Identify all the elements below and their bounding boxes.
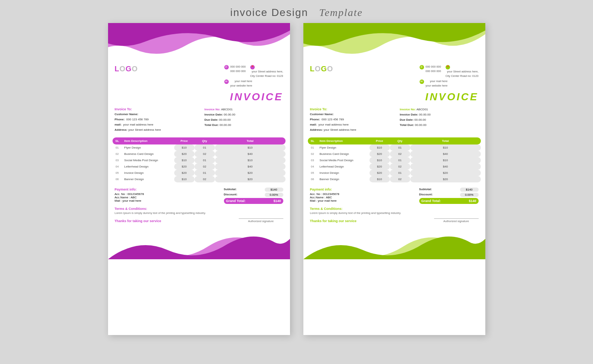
cell-qty: 02 bbox=[195, 151, 215, 157]
mail-text: your mail hereyour website here bbox=[426, 79, 447, 88]
cell-qty: 01 bbox=[195, 144, 215, 151]
terms-section: Terms & Conditions: Lorem Ipsum is simpl… bbox=[108, 205, 290, 216]
sig-line bbox=[239, 218, 283, 219]
cell-qty: 01 bbox=[390, 170, 410, 176]
cell-price: $10 bbox=[174, 176, 195, 182]
grand-total-row: Grand Total: $140 bbox=[224, 198, 283, 204]
invoice-no: Invoice No: ABCD01 bbox=[205, 107, 283, 112]
phone-icon: ✆ bbox=[420, 65, 424, 69]
title-script: Template bbox=[319, 7, 363, 18]
address-row: Address: your Street address here bbox=[115, 128, 193, 132]
cell-desc: Flyer Design bbox=[317, 144, 369, 151]
thanks-text: Thanks for taking our service bbox=[310, 219, 357, 223]
discount-label: Discount: bbox=[224, 193, 238, 197]
table-row: 01 Flyer Design $10 01 $10 bbox=[113, 144, 286, 151]
acc-no: Acc. No : 0012345678 bbox=[310, 192, 412, 196]
subtotal-label: Subtotal: bbox=[224, 188, 237, 192]
phone-row: Phone: 000 123 456 789 bbox=[310, 117, 389, 122]
invoice-to-label: Invoice To: bbox=[115, 107, 193, 111]
table-row: 05 Invoice Design $20 01 $20 bbox=[308, 170, 481, 176]
sig-line bbox=[434, 218, 479, 219]
acc-name: Acc.Name : ABC bbox=[115, 196, 216, 199]
table-row: 02 Business Card Design $20 02 $40 bbox=[308, 151, 481, 157]
cell-qty: 01 bbox=[195, 170, 215, 176]
terms-text: Lorem Ipsum is simply dummy text of the … bbox=[310, 211, 479, 215]
total-due: Total Due: 00.00.00 bbox=[205, 123, 283, 127]
cell-total: $20 bbox=[410, 176, 481, 182]
cell-total: $40 bbox=[215, 163, 286, 170]
th-sl: SL bbox=[308, 137, 317, 144]
cell-total: $20 bbox=[215, 176, 286, 182]
discount-row: Discount: 0.00% bbox=[224, 193, 283, 197]
customer-name: Customer Name: bbox=[310, 112, 389, 117]
cell-price: $20 bbox=[369, 163, 390, 170]
subtotal-value: $140 bbox=[265, 188, 283, 192]
subtotal-row: Subtotal: $140 bbox=[224, 188, 283, 192]
th-total: Total bbox=[410, 137, 481, 144]
cell-total: $10 bbox=[410, 144, 481, 151]
subtotal-label: Subtotal: bbox=[419, 188, 432, 192]
cell-qty: 02 bbox=[390, 151, 410, 157]
discount-row: Discount: 0.00% bbox=[419, 193, 479, 197]
cell-sl: 04 bbox=[308, 163, 317, 170]
grand-total-label: Grand Total: bbox=[226, 199, 246, 203]
cell-desc: Social Media Post Design bbox=[317, 157, 369, 163]
payment-mail: Mail : your mail here bbox=[310, 199, 412, 202]
cell-price: $10 bbox=[174, 157, 195, 163]
table-header-row: SL Item Description Price Qty Total bbox=[113, 137, 286, 144]
header-row: LOGO ✆ 000 000 000000 000 000 📍 your Str… bbox=[303, 60, 485, 89]
terms-section: Terms & Conditions: Lorem Ipsum is simpl… bbox=[303, 205, 485, 216]
table-row: 05 Invoice Design $20 01 $20 bbox=[113, 170, 286, 176]
table-row: 03 Social Media Post Design $10 01 $10 bbox=[308, 157, 481, 163]
cell-qty: 02 bbox=[195, 176, 215, 182]
cell-sl: 01 bbox=[308, 144, 317, 151]
table-row: 01 Flyer Design $10 01 $10 bbox=[308, 144, 481, 151]
grand-total-value: $140 bbox=[273, 199, 281, 203]
cell-total: $40 bbox=[410, 151, 481, 157]
cell-desc: Invoice Design bbox=[122, 170, 174, 176]
acc-name: Acc.Name : ABC bbox=[310, 196, 412, 199]
th-sl: SL bbox=[113, 137, 122, 144]
subtotal-row: Subtotal: $140 bbox=[419, 188, 479, 192]
customer-name: Customer Name: bbox=[115, 112, 193, 117]
invoice-table: SL Item Description Price Qty Total 01 F… bbox=[113, 137, 286, 182]
pin-icon: 📍 bbox=[446, 65, 450, 69]
total-due: Total Due: 00.00.00 bbox=[400, 123, 479, 127]
cell-desc: Letterhead Design bbox=[122, 163, 174, 170]
phone-numbers: 000 000 000000 000 000 bbox=[426, 65, 441, 74]
cell-price: $10 bbox=[369, 144, 390, 151]
due-date: Due Date: 00.00.00 bbox=[205, 118, 283, 122]
cell-desc: Banner Design bbox=[317, 176, 369, 182]
cell-desc: Banner Design bbox=[122, 176, 174, 182]
grand-total-label: Grand Total: bbox=[421, 199, 441, 203]
cell-price: $10 bbox=[174, 144, 195, 151]
cell-price: $20 bbox=[369, 170, 390, 176]
cell-total: $40 bbox=[215, 151, 286, 157]
bottom-section: Payment info: Acc. No : 0012345678 Acc.N… bbox=[108, 185, 290, 205]
cell-desc: Letterhead Design bbox=[317, 163, 369, 170]
cell-price: $10 bbox=[369, 176, 390, 182]
pin-icon: 📍 bbox=[250, 65, 255, 69]
sig-area: Authorized signature bbox=[239, 218, 283, 223]
table-row: 04 Letterhead Design $20 02 $40 bbox=[308, 163, 481, 170]
cell-price: $20 bbox=[174, 170, 195, 176]
table-row: 04 Letterhead Design $20 02 $40 bbox=[113, 163, 286, 170]
cell-desc: Business Card Design bbox=[122, 151, 174, 157]
mail-row: mail: your mail address here bbox=[115, 123, 193, 127]
sig-area: Authorized signature bbox=[434, 218, 479, 223]
cell-price: $20 bbox=[369, 151, 390, 157]
cell-sl: 03 bbox=[308, 157, 317, 163]
due-date: Due Date: 00.00.00 bbox=[400, 118, 479, 122]
payment-info-label: Payment info: bbox=[115, 188, 216, 191]
phone-icon: ✆ bbox=[224, 65, 229, 69]
cell-total: $20 bbox=[410, 170, 481, 176]
cell-sl: 05 bbox=[113, 170, 122, 176]
totals-table: Subtotal: $140 Discount: 0.00% Grand Tot… bbox=[419, 188, 479, 204]
cell-desc: Invoice Design bbox=[317, 170, 369, 176]
bill-section: Invoice To: Customer Name: Phone: 000 12… bbox=[108, 104, 290, 135]
header-row: LOGO ✆ 000 000 000000 000 000 📍 your Str… bbox=[108, 60, 290, 89]
invoice-date: Invoice Date: 00.00.00 bbox=[205, 113, 283, 117]
cell-total: $40 bbox=[410, 163, 481, 170]
cell-sl: 02 bbox=[308, 151, 317, 157]
table-row: 06 Banner Design $10 02 $20 bbox=[113, 176, 286, 182]
